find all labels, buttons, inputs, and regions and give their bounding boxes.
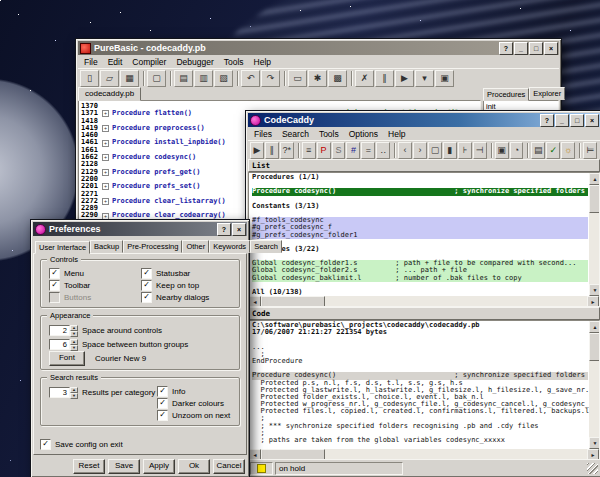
list-row[interactable]: All (10/138) bbox=[252, 289, 588, 296]
checkbox[interactable]: ✓ bbox=[49, 280, 60, 291]
list-row[interactable]: Procedures (1/1) bbox=[252, 174, 588, 181]
scroll-left-icon[interactable]: ◄ bbox=[249, 449, 261, 460]
fold-plus-icon[interactable]: + bbox=[102, 198, 109, 205]
list-row[interactable]: Procedure codesync(); synchronize specif… bbox=[252, 188, 588, 195]
list-icon[interactable]: ≡ bbox=[302, 142, 316, 159]
menu-item[interactable]: Help bbox=[383, 128, 410, 140]
compiler-options-icon[interactable]: ✱ bbox=[308, 70, 327, 87]
pin-icon[interactable]: ⊨ bbox=[583, 142, 597, 159]
code-row[interactable]: ; *** synchronize specified folders reco… bbox=[252, 423, 588, 430]
menu-item[interactable]: Search bbox=[277, 128, 314, 140]
debugger-icon[interactable]: ✗ bbox=[355, 70, 374, 87]
run-icon[interactable]: ▶ bbox=[395, 70, 414, 87]
prev-icon[interactable]: ‹ bbox=[398, 142, 412, 159]
align-left-icon[interactable]: ⊦ bbox=[458, 142, 472, 159]
code-horizontal-scrollbar[interactable]: ◄► bbox=[249, 449, 599, 459]
menu-item[interactable]: Compiler bbox=[127, 56, 171, 68]
equals-icon[interactable]: = bbox=[361, 142, 375, 159]
dialog-button[interactable]: Apply bbox=[143, 459, 175, 474]
preferences-tab[interactable]: Pre-Processing bbox=[123, 240, 182, 253]
scroll-up-icon[interactable]: ▲ bbox=[589, 173, 600, 185]
font-button[interactable]: Font bbox=[49, 351, 85, 366]
redo-icon[interactable]: ↷ bbox=[261, 70, 280, 87]
window-icon[interactable]: ▢ bbox=[428, 142, 442, 159]
checkbox-row[interactable]: Buttons bbox=[49, 291, 141, 303]
list-row[interactable]: Variables (3/22) bbox=[252, 246, 588, 253]
next-icon[interactable]: › bbox=[413, 142, 427, 159]
scrollbar-thumb[interactable] bbox=[261, 296, 325, 307]
dialog-button[interactable]: Ok bbox=[178, 459, 210, 474]
number-spinner[interactable]: 2▲▼ bbox=[49, 325, 78, 336]
scroll-right-icon[interactable]: ► bbox=[587, 296, 599, 307]
list-horizontal-scrollbar[interactable]: ◄► bbox=[249, 296, 599, 306]
help-button[interactable]: ? bbox=[540, 114, 554, 127]
help-button[interactable]: ? bbox=[217, 223, 231, 236]
checkbox-row[interactable]: ✓Menu bbox=[49, 267, 141, 279]
menu-item[interactable]: Files bbox=[249, 128, 277, 140]
copy-icon[interactable]: ▥ bbox=[194, 70, 213, 87]
scrollbar-thumb[interactable] bbox=[261, 449, 325, 460]
checkbox-row[interactable]: ✓Unzoom on next bbox=[157, 409, 233, 421]
code-row[interactable]: 17/06/2007 21:21:27 221354 bytes bbox=[252, 329, 588, 336]
close-file-icon[interactable]: ▢ bbox=[147, 70, 166, 87]
open-file-icon[interactable]: ▱ bbox=[100, 70, 119, 87]
checkbox[interactable] bbox=[49, 292, 60, 303]
purebasic-titlebar[interactable]: PureBasic - codecaddy.pb ?_□× bbox=[78, 41, 559, 55]
checkbox[interactable]: ✓ bbox=[157, 386, 168, 397]
menu-item[interactable]: Help bbox=[249, 56, 276, 68]
checkbox-row[interactable]: ✓Statusbar bbox=[141, 267, 233, 279]
scrollbar-thumb[interactable] bbox=[589, 185, 600, 213]
number-spinner[interactable]: 3▲▼ bbox=[49, 387, 78, 398]
menu-item[interactable]: Tools bbox=[219, 56, 249, 68]
cut-icon[interactable]: ▤ bbox=[174, 70, 193, 87]
resize-icon[interactable]: ▣ bbox=[435, 70, 454, 87]
checkbox-row[interactable]: ✓Keep on top bbox=[141, 279, 233, 291]
dialog-button[interactable]: Reset bbox=[73, 459, 105, 474]
list-row[interactable]: Constants (3/13) bbox=[252, 203, 588, 210]
checkbox-row[interactable]: ✓Nearby dialogs bbox=[141, 291, 233, 303]
structures-icon[interactable]: S bbox=[332, 142, 346, 159]
save-file-icon[interactable]: ▦ bbox=[120, 70, 139, 87]
code-row[interactable]: ; paths are taken from the global variab… bbox=[252, 437, 588, 444]
menu-item[interactable]: Edit bbox=[103, 56, 128, 68]
side-tab[interactable]: Explorer bbox=[529, 87, 565, 100]
menu-item[interactable]: File bbox=[79, 56, 103, 68]
dots-icon[interactable]: ‥ bbox=[376, 142, 390, 159]
list-row[interactable]: #g_prefs_codesync_folder1 bbox=[252, 232, 588, 239]
constants-icon[interactable]: # bbox=[346, 142, 360, 159]
code-row[interactable]: ... bbox=[252, 344, 588, 351]
preferences-tab[interactable]: Other bbox=[182, 240, 209, 253]
save-config-checkbox[interactable]: ✓ bbox=[40, 439, 51, 450]
code-vertical-scrollbar[interactable]: ▲▼ bbox=[589, 321, 599, 449]
codecaddy-code-view[interactable]: C:\software\purebasic\_projects\codecadd… bbox=[249, 321, 589, 449]
checkbox[interactable]: ✓ bbox=[141, 280, 152, 291]
checkbox[interactable]: ✓ bbox=[157, 398, 168, 409]
run-icon[interactable]: ▶ bbox=[250, 142, 264, 159]
stop-icon[interactable]: ▾ bbox=[415, 70, 434, 87]
scroll-up-icon[interactable]: ▲ bbox=[589, 321, 600, 333]
scroll-left-icon[interactable]: ◄ bbox=[249, 296, 261, 307]
align-right-icon[interactable]: ⊣ bbox=[473, 142, 487, 159]
checkbox[interactable]: ✓ bbox=[141, 268, 152, 279]
preferences-tab[interactable]: Backup bbox=[90, 240, 123, 253]
checkbox[interactable]: ✓ bbox=[141, 292, 152, 303]
side-tab[interactable]: Procedures bbox=[483, 88, 529, 101]
spinner-arrows[interactable]: ▲▼ bbox=[70, 387, 78, 398]
bar-icon[interactable]: ▮ bbox=[443, 142, 457, 159]
spinner-arrows[interactable]: ▲▼ bbox=[70, 325, 78, 336]
codecaddy-titlebar[interactable]: CodeCaddy ?_□× bbox=[248, 113, 600, 127]
check-icon[interactable]: ✓ bbox=[546, 142, 560, 159]
help-button[interactable]: ? bbox=[499, 42, 513, 55]
list-pane-header[interactable]: List bbox=[248, 159, 600, 172]
fold-plus-icon[interactable]: + bbox=[102, 110, 109, 117]
pause-icon[interactable]: ∥ bbox=[375, 70, 394, 87]
new-file-icon[interactable]: ▯ bbox=[80, 70, 99, 87]
fold-plus-icon[interactable]: + bbox=[102, 183, 109, 190]
close-button[interactable]: × bbox=[232, 223, 246, 236]
menu-item[interactable]: Tools bbox=[314, 128, 344, 140]
code-row[interactable]: EndProcedure bbox=[252, 358, 588, 365]
checkbox-row[interactable]: ✓Toolbar bbox=[49, 279, 141, 291]
tab-codecaddy-pb[interactable]: codecaddy.pb bbox=[78, 87, 141, 101]
menu-item[interactable]: Options bbox=[344, 128, 383, 140]
scroll-down-icon[interactable]: ▼ bbox=[589, 437, 600, 449]
